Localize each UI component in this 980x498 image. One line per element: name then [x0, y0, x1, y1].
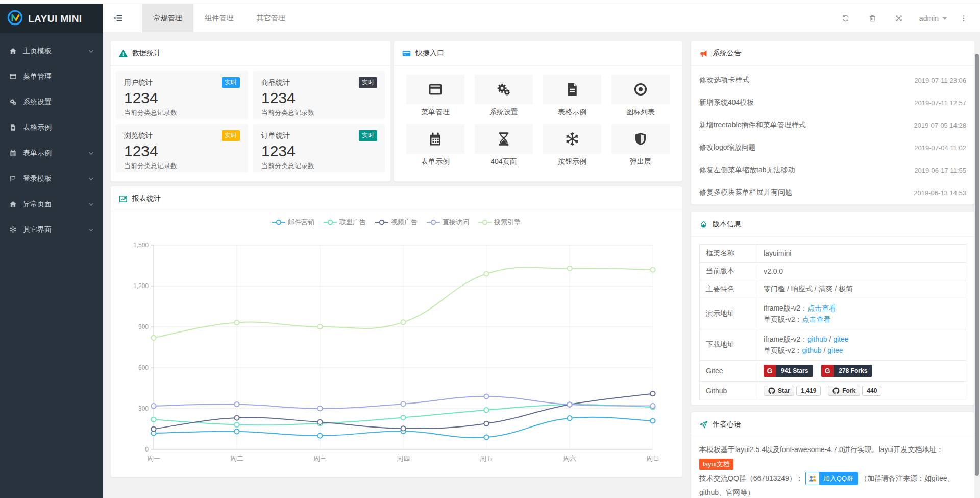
- stat-label: 浏览统计: [124, 131, 153, 140]
- gears-icon: [9, 98, 17, 106]
- home-icon: [9, 200, 17, 208]
- tab-0[interactable]: 常规管理: [142, 4, 193, 32]
- gitee-link[interactable]: gitee: [827, 346, 843, 354]
- stat-label: 订单统计: [261, 131, 290, 140]
- github-link[interactable]: github: [802, 346, 821, 354]
- github-star-count[interactable]: 1,419: [796, 386, 821, 396]
- menu-collapse-button[interactable]: [103, 14, 133, 22]
- layui-doc-badge[interactable]: layui文档: [699, 459, 733, 470]
- sidebar-item-5[interactable]: 登录模板: [0, 166, 103, 192]
- user-menu[interactable]: admin: [919, 14, 947, 22]
- gitee-stars-badge[interactable]: G941 Stars: [764, 365, 813, 377]
- quick-tile-2[interactable]: 表格示例: [543, 75, 601, 117]
- demo-link[interactable]: 点击查看: [802, 315, 830, 323]
- legend-marker-icon: [478, 219, 492, 225]
- chevron-down-icon: [88, 203, 94, 206]
- tab-bar: 常规管理组件管理其它管理: [142, 4, 297, 32]
- logo[interactable]: LAYUI MINI: [0, 4, 103, 33]
- gitee-logo-icon: G: [764, 365, 776, 377]
- quick-tile-label: 表格示例: [543, 108, 601, 117]
- notice-list: 修改选项卡样式2019-07-11 23:06新增系统404模板2019-07-…: [691, 66, 974, 204]
- notice-card-header: 系统公告: [691, 41, 974, 66]
- sidebar-item-6[interactable]: 异常页面: [0, 192, 103, 217]
- quick-tile-label: 按钮示例: [543, 157, 601, 167]
- table-row: 主要特色零门槛 / 响应式 / 清爽 / 极简: [700, 280, 966, 298]
- github-star-button[interactable]: Star: [764, 386, 794, 396]
- svg-text:600: 600: [138, 364, 149, 371]
- version-card-header: 版本信息: [691, 212, 974, 237]
- github-mark-icon: [768, 387, 775, 394]
- sidebar-item-0[interactable]: 主页模板: [0, 38, 103, 64]
- notice-row-5[interactable]: 修复多模块菜单栏展开有问题2019-06-13 14:53: [699, 181, 966, 204]
- fullscreen-icon[interactable]: [886, 14, 912, 22]
- quick-tile-4[interactable]: 表单示例: [406, 124, 464, 167]
- file-icon: [543, 75, 601, 104]
- stats-card-title: 数据统计: [132, 49, 161, 58]
- gitee-link[interactable]: gitee: [833, 335, 848, 343]
- notice-row-4[interactable]: 修复左侧菜单缩放tab无法移动2019-06-17 11:55: [699, 159, 966, 181]
- calendar-icon: [406, 124, 464, 154]
- chart-legend: 邮件营销联盟广告视频广告直接访问搜索引擎: [111, 211, 682, 227]
- notice-row-2[interactable]: 新增treetable插件和菜单管理样式2019-07-05 14:28: [699, 114, 966, 136]
- more-menu-icon[interactable]: [954, 14, 973, 22]
- stat-value: 1234: [124, 89, 240, 107]
- legend-item-2[interactable]: 视频广告: [375, 218, 418, 227]
- sidebar: LAYUI MINI 主页模板菜单管理系统设置表格示例表单示例登录模板异常页面其…: [0, 4, 103, 498]
- stats-grid: 用户统计实时1234当前分类总记录数商品统计实时1234当前分类总记录数浏览统计…: [111, 66, 390, 177]
- sidebar-item-label: 主页模板: [23, 46, 52, 56]
- tab-2[interactable]: 其它管理: [245, 4, 297, 32]
- stat-value: 1234: [261, 89, 377, 107]
- flag-icon: [9, 175, 17, 183]
- legend-item-3[interactable]: 直接访问: [427, 218, 469, 227]
- sidebar-item-2[interactable]: 系统设置: [0, 89, 103, 115]
- quick-tile-7[interactable]: 弹出层: [611, 124, 670, 167]
- tab-1[interactable]: 组件管理: [193, 4, 245, 32]
- github-link[interactable]: github: [807, 335, 827, 343]
- report-card-title: 报表统计: [132, 194, 161, 203]
- stat-value: 1234: [124, 143, 240, 160]
- notice-row-3[interactable]: 修改logo缩放问题2019-07-04 11:02: [699, 136, 966, 159]
- github-fork-count[interactable]: 440: [862, 386, 881, 396]
- sidebar-item-4[interactable]: 表单示例: [0, 140, 103, 166]
- quick-tile-3[interactable]: 图标列表: [611, 75, 670, 117]
- stat-box-0: 用户统计实时1234当前分类总记录数: [116, 71, 248, 119]
- header: 常规管理组件管理其它管理: [103, 4, 980, 32]
- notice-card-title: 系统公告: [713, 49, 741, 58]
- quick-tile-6[interactable]: 按钮示例: [543, 124, 601, 167]
- quick-tile-0[interactable]: 菜单管理: [406, 75, 464, 117]
- quick-entry-card: 快捷入口 菜单管理系统设置表格示例图标列表表单示例404页面按钮示例弹出层: [394, 40, 682, 182]
- legend-marker-icon: [375, 219, 388, 225]
- sidebar-item-7[interactable]: 其它界面: [0, 217, 103, 243]
- github-fork-button[interactable]: Fork: [828, 386, 860, 396]
- notice-text: 修改选项卡样式: [699, 76, 749, 85]
- sidebar-item-1[interactable]: 菜单管理: [0, 64, 103, 89]
- chevron-down-icon: [88, 228, 94, 232]
- scrollbar-thumb[interactable]: [975, 54, 979, 476]
- legend-item-1[interactable]: 联盟广告: [324, 218, 366, 227]
- gitee-forks-badge[interactable]: G278 Forks: [821, 365, 872, 377]
- trash-icon[interactable]: [859, 14, 886, 22]
- sidebar-item-3[interactable]: 表格示例: [0, 115, 103, 140]
- scrollbar: [975, 32, 979, 498]
- author-body: 本模板基于layui2.5.4以及font-awesome-4.7.0进行实现。…: [691, 437, 974, 498]
- quick-tile-5[interactable]: 404页面: [475, 124, 533, 167]
- fire-icon: [699, 220, 708, 229]
- stat-caption: 当前分类总记录数: [124, 161, 240, 171]
- github-star-widget: Star 1,419: [764, 386, 821, 396]
- legend-item-4[interactable]: 搜索引擎: [478, 218, 521, 227]
- header-actions: admin: [832, 14, 980, 22]
- join-qq-badge[interactable]: 加入QQ群: [805, 472, 858, 485]
- notice-row-0[interactable]: 修改选项卡样式2019-07-11 23:06: [699, 69, 966, 91]
- demo-link[interactable]: 点击查看: [807, 304, 836, 312]
- quick-tile-1[interactable]: 系统设置: [475, 75, 533, 117]
- refresh-icon[interactable]: [832, 14, 859, 22]
- legend-marker-icon: [272, 219, 285, 225]
- legend-item-0[interactable]: 邮件营销: [272, 218, 314, 227]
- report-card-header: 报表统计: [111, 186, 682, 211]
- table-row: 下载地址 iframe版-v2：github / gitee 单页版-v2：gi…: [700, 329, 966, 361]
- notice-row-1[interactable]: 新增系统404模板2019-07-11 12:57: [699, 91, 966, 114]
- notice-time: 2019-07-04 11:02: [914, 144, 966, 152]
- gears-icon: [475, 75, 533, 104]
- quick-tile-label: 弹出层: [611, 157, 670, 167]
- svg-text:周日: 周日: [646, 455, 659, 462]
